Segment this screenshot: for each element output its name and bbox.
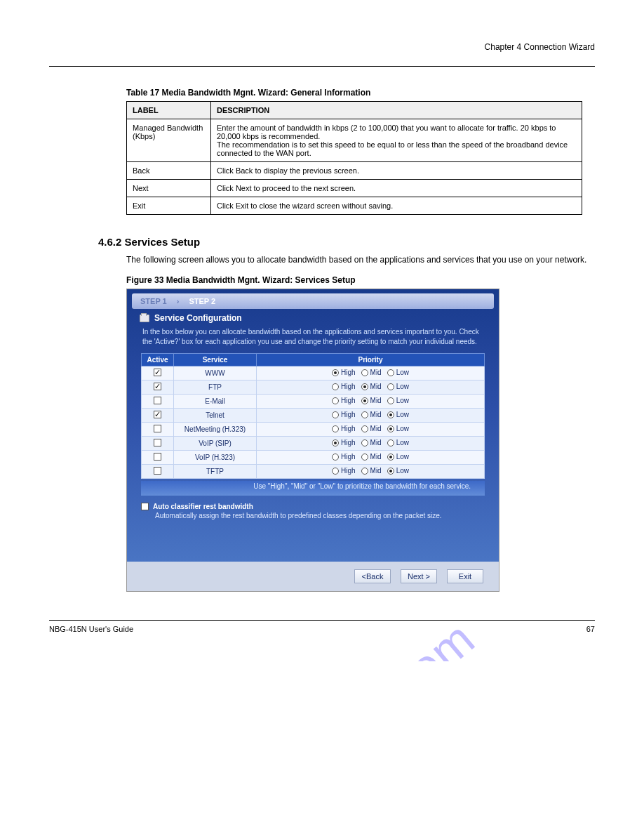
wizard-screenshot: STEP 1 › STEP 2 Service Configuration In… <box>126 289 499 592</box>
priority-radio-high[interactable] <box>332 439 339 446</box>
table-row-label: Managed Bandwidth (Kbps) <box>127 119 211 162</box>
priority-radio-low[interactable] <box>387 425 394 432</box>
service-name: TFTP <box>174 465 257 479</box>
table-hint: Use "High", "Mid" or "Low" to prioritize… <box>141 481 485 496</box>
panel-desc: In the box below you can allocate bandwi… <box>142 327 483 346</box>
active-checkbox[interactable] <box>154 383 161 390</box>
col-active: Active <box>142 354 174 366</box>
priority-cell: HighMidLow <box>257 366 485 380</box>
folder-icon <box>140 315 149 322</box>
priority-radio-mid[interactable] <box>361 454 368 461</box>
priority-radio-mid[interactable] <box>361 425 368 432</box>
priority-label-low: Low <box>396 425 409 432</box>
page-footer: NBG-415N User's Guide 67 <box>49 625 595 633</box>
footer-left: NBG-415N User's Guide <box>49 625 133 633</box>
priority-radio-high[interactable] <box>332 454 339 461</box>
priority-label-low: Low <box>396 453 409 461</box>
th-label: LABEL <box>127 102 211 119</box>
section-heading: 4.6.2 Services Setup <box>98 236 595 248</box>
priority-label-mid: Mid <box>370 369 382 376</box>
next-button[interactable]: Next > <box>401 569 437 583</box>
priority-radio-mid[interactable] <box>361 383 368 390</box>
figure-caption: Figure 33 Media Bandwidth Mgnt. Wizard: … <box>126 275 595 285</box>
table-row-desc: Click Exit to close the wizard screen wi… <box>211 197 582 215</box>
step-1-label: STEP 1 <box>140 297 167 305</box>
active-checkbox[interactable] <box>154 439 161 446</box>
table-caption: Table 17 Media Bandwidth Mgnt. Wizard: G… <box>126 88 595 98</box>
priority-radio-high[interactable] <box>332 411 339 418</box>
priority-radio-high[interactable] <box>332 425 339 432</box>
priority-cell: HighMidLow <box>257 380 485 395</box>
panel-title: Service Configuration <box>154 313 242 323</box>
priority-cell: HighMidLow <box>257 465 485 479</box>
service-row: TelnetHighMidLow <box>142 409 485 423</box>
active-checkbox[interactable] <box>154 411 161 418</box>
priority-radio-low[interactable] <box>387 397 394 404</box>
priority-label-low: Low <box>396 439 409 446</box>
priority-label-mid: Mid <box>370 425 382 432</box>
priority-label-high: High <box>341 467 356 475</box>
chapter-title: Chapter 4 Connection Wizard <box>49 42 595 52</box>
step-2-label: STEP 2 <box>189 297 215 305</box>
priority-label-low: Low <box>396 397 409 404</box>
service-name: VoIP (SIP) <box>174 437 257 451</box>
priority-radio-mid[interactable] <box>361 369 368 376</box>
service-table: Active Service Priority WWWHighMidLowFTP… <box>141 353 485 479</box>
priority-label-low: Low <box>396 383 409 390</box>
priority-radio-mid[interactable] <box>361 411 368 418</box>
priority-cell: HighMidLow <box>257 409 485 423</box>
priority-label-mid: Mid <box>370 439 382 446</box>
active-checkbox[interactable] <box>154 467 161 475</box>
active-checkbox[interactable] <box>154 453 161 461</box>
col-service: Service <box>174 354 257 366</box>
auto-classifier-label: Auto classifier rest bandwidth <box>153 503 253 510</box>
auto-classifier-desc: Automatically assign the rest bandwidth … <box>155 512 485 519</box>
priority-radio-high[interactable] <box>332 468 339 475</box>
priority-radio-low[interactable] <box>387 369 394 376</box>
button-bar: <Back Next > Exit <box>127 562 499 591</box>
table-row-label: Exit <box>127 197 211 215</box>
priority-radio-low[interactable] <box>387 454 394 461</box>
priority-radio-mid[interactable] <box>361 468 368 475</box>
service-row: FTPHighMidLow <box>142 380 485 395</box>
exit-button[interactable]: Exit <box>447 569 483 583</box>
service-row: VoIP (H.323)HighMidLow <box>142 451 485 465</box>
back-button[interactable]: <Back <box>354 569 391 583</box>
active-checkbox[interactable] <box>154 369 161 376</box>
priority-radio-low[interactable] <box>387 468 394 475</box>
service-name: VoIP (H.323) <box>174 451 257 465</box>
active-checkbox[interactable] <box>154 425 161 432</box>
priority-radio-high[interactable] <box>332 383 339 390</box>
auto-classifier-row: Auto classifier rest bandwidth Automatic… <box>141 503 485 519</box>
service-name: WWW <box>174 366 257 380</box>
table-row-desc: Enter the amount of bandwidth in kbps (2… <box>211 119 582 162</box>
priority-radio-low[interactable] <box>387 439 394 446</box>
service-row: TFTPHighMidLow <box>142 465 485 479</box>
priority-radio-mid[interactable] <box>361 439 368 446</box>
table-row-label: Back <box>127 162 211 180</box>
active-checkbox[interactable] <box>154 397 161 404</box>
priority-label-high: High <box>341 369 356 376</box>
priority-label-high: High <box>341 425 356 432</box>
step-sep: › <box>177 297 180 305</box>
priority-label-mid: Mid <box>370 453 382 461</box>
table-row-desc: Click Back to display the previous scree… <box>211 162 582 180</box>
priority-radio-high[interactable] <box>332 369 339 376</box>
service-row: NetMeeting (H.323)HighMidLow <box>142 423 485 437</box>
priority-cell: HighMidLow <box>257 451 485 465</box>
priority-label-mid: Mid <box>370 467 382 475</box>
auto-classifier-checkbox[interactable] <box>141 503 149 510</box>
priority-label-mid: Mid <box>370 411 382 418</box>
priority-radio-low[interactable] <box>387 411 394 418</box>
service-name: FTP <box>174 380 257 395</box>
step-bar: STEP 1 › STEP 2 <box>132 293 494 309</box>
priority-radio-low[interactable] <box>387 383 394 390</box>
footer-page: 67 <box>586 625 595 633</box>
priority-cell: HighMidLow <box>257 423 485 437</box>
section-desc: The following screen allows you to alloc… <box>126 255 595 265</box>
priority-cell: HighMidLow <box>257 395 485 409</box>
priority-label-high: High <box>341 397 356 404</box>
priority-radio-high[interactable] <box>332 397 339 404</box>
priority-label-high: High <box>341 411 356 418</box>
priority-radio-mid[interactable] <box>361 397 368 404</box>
